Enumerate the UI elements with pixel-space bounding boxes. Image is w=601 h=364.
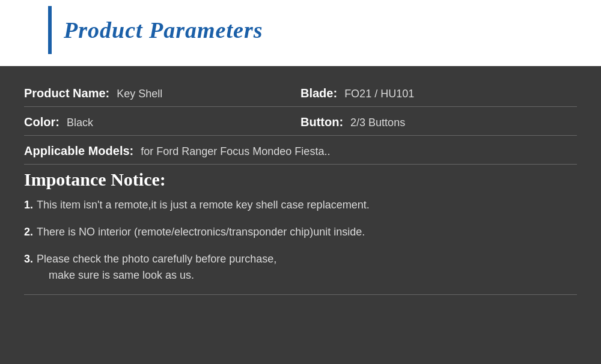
- notice-text-1: This item isn't a remote,it is just a re…: [37, 197, 370, 213]
- notice-title: Impotance Notice:: [24, 169, 577, 190]
- notice-text-2: There is NO interior (remote/electronics…: [37, 224, 365, 240]
- notice-item-3: 3. Please check the photo carefully befo…: [24, 251, 577, 284]
- color-value: Black: [67, 117, 93, 129]
- button-label: Button:: [300, 115, 343, 129]
- notice-number-1: 1.: [24, 197, 33, 213]
- left-border-accent: [48, 6, 52, 54]
- notice-item-2: 2. There is NO interior (remote/electron…: [24, 224, 577, 240]
- notice-item-1: 1. This item isn't a remote,it is just a…: [24, 197, 577, 213]
- blade-label: Blade:: [300, 86, 337, 100]
- applicable-models-value: for Ford Ranger Focus Mondeo Fiesta..: [141, 145, 330, 158]
- button-value: 2/3 Buttons: [350, 117, 405, 129]
- product-name-value: Key Shell: [117, 88, 162, 100]
- applicable-models-label: Applicable Models:: [24, 144, 133, 158]
- top-section: Product Parameters: [0, 0, 601, 66]
- notice-text-3: Please check the photo carefully before …: [37, 251, 276, 284]
- bottom-divider: [24, 294, 577, 295]
- applicable-models-row: Applicable Models: for Ford Ranger Focus…: [24, 136, 577, 165]
- blade-value: FO21 / HU101: [344, 88, 414, 100]
- blade-row: Blade: FO21 / HU101: [300, 78, 577, 107]
- bottom-section: Product Name: Key Shell Blade: FO21 / HU…: [0, 66, 601, 364]
- notice-number-2: 2.: [24, 224, 33, 240]
- notice-number-3: 3.: [24, 251, 33, 267]
- color-row: Color: Black: [24, 107, 300, 136]
- product-name-row: Product Name: Key Shell: [24, 78, 300, 107]
- button-row: Button: 2/3 Buttons: [300, 107, 577, 136]
- params-grid: Product Name: Key Shell Blade: FO21 / HU…: [24, 78, 577, 136]
- notice-section: Impotance Notice: 1. This item isn't a r…: [24, 169, 577, 295]
- page-title: Product Parameters: [64, 17, 263, 43]
- color-label: Color:: [24, 115, 59, 129]
- product-name-label: Product Name:: [24, 86, 109, 100]
